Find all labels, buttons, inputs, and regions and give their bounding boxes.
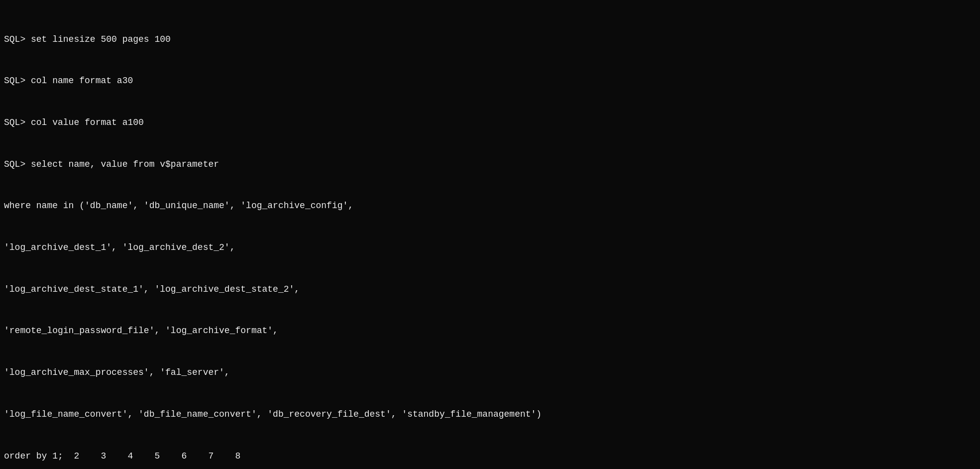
command-line-5: where name in ('db_name', 'db_unique_nam… [4, 199, 976, 213]
command-line-3: SQL> col value format a100 [4, 116, 976, 130]
command-line-7: 'log_archive_dest_state_1', 'log_archive… [4, 283, 976, 297]
command-line-1: SQL> set linesize 500 pages 100 [4, 33, 976, 47]
command-line-11: order by 1; 2 3 4 5 6 7 8 [4, 450, 976, 464]
command-line-9: 'log_archive_max_processes', 'fal_server… [4, 366, 976, 380]
terminal-window: SQL> set linesize 500 pages 100 SQL> col… [4, 5, 976, 469]
command-line-10: 'log_file_name_convert', 'db_file_name_c… [4, 408, 976, 422]
command-line-8: 'remote_login_password_file', 'log_archi… [4, 324, 976, 338]
command-line-6: 'log_archive_dest_1', 'log_archive_dest_… [4, 241, 976, 255]
command-line-4: SQL> select name, value from v$parameter [4, 158, 976, 172]
command-line-2: SQL> col name format a30 [4, 74, 976, 88]
